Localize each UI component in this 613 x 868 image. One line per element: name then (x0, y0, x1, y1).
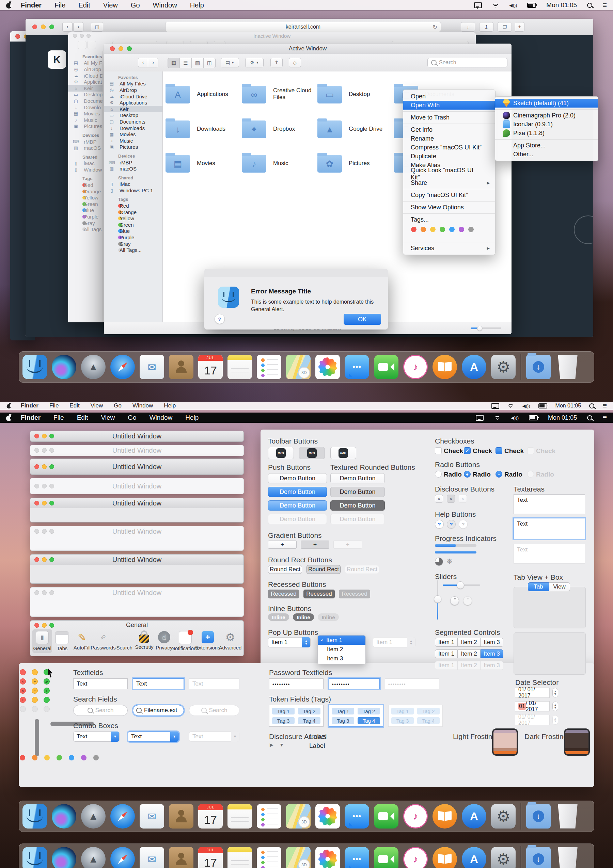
gradient-button[interactable]: + (268, 541, 296, 549)
date-stepper[interactable]: ▲▼ (552, 688, 558, 698)
dock-icon-photos[interactable] (315, 804, 340, 829)
sidebar-item[interactable]: ⚙ Applications (104, 99, 163, 106)
help-button-pressed[interactable]: ? (447, 520, 456, 529)
icon-view-icon[interactable]: ▦ (168, 58, 180, 68)
sidebar-item[interactable]: ◎ AirDrop (68, 66, 102, 73)
traffic-minimize[interactable] (32, 697, 38, 703)
menu-item[interactable]: Edit (70, 402, 79, 409)
segment-selected[interactable]: Item 3 (481, 649, 503, 658)
menu-bar-clock[interactable]: Mon 01:05 (556, 403, 581, 409)
sidebar-item[interactable]: Red (104, 203, 163, 209)
sidebar-item[interactable]: ▭ Desktop (104, 112, 163, 119)
search-field[interactable]: Search (427, 58, 507, 67)
dock-icon-contacts[interactable] (169, 355, 194, 379)
group-button[interactable]: ▤ ▼ (221, 58, 239, 67)
dock-icon-app-store[interactable]: A (462, 847, 486, 868)
radio-selected[interactable]: ● (464, 471, 471, 477)
help-button[interactable]: ? (435, 520, 444, 529)
wifi-icon[interactable] (492, 3, 499, 8)
menu-item[interactable]: Go (128, 414, 136, 422)
forward-button[interactable]: › (73, 22, 84, 32)
share-button[interactable]: ↥ (479, 22, 494, 32)
sidebar-item[interactable]: Green (68, 201, 102, 207)
textured-button[interactable]: Demo Button (331, 473, 385, 484)
menu-item[interactable]: Finder (21, 414, 40, 422)
combo-box[interactable]: Text▼ (73, 732, 119, 742)
submenu-item[interactable]: Other... (495, 150, 598, 159)
dock-icon-contacts[interactable] (169, 847, 194, 868)
sidebar-item[interactable]: Green (104, 222, 163, 228)
menu-item[interactable]: Window (153, 2, 177, 9)
prefs-item-search[interactable]: Search (115, 629, 134, 652)
coverflow-view-icon[interactable]: ◫ (204, 58, 216, 68)
prefs-item-autofill[interactable]: ✎ AutoFill (72, 629, 92, 652)
action-button[interactable]: ⚙ ▼ (245, 58, 264, 67)
dock-icon-launchpad[interactable]: ▲ (81, 804, 106, 829)
segmented-control-selected[interactable]: Item 1 Item 2 Item 3 (435, 649, 503, 658)
sidebar-item[interactable]: Yellow (104, 215, 163, 222)
tag-green[interactable] (56, 755, 62, 760)
menu-item[interactable]: View (103, 2, 118, 9)
menu-item[interactable]: File (50, 402, 59, 409)
prefs-item-extensions[interactable]: + Extensions (197, 629, 219, 652)
search-field-focused[interactable]: Filename.ext (133, 705, 184, 716)
dock-icon-siri[interactable] (52, 804, 76, 829)
menu-item[interactable]: Help (185, 414, 199, 422)
context-menu-item[interactable]: Move to Trash (403, 113, 495, 122)
popup-menu-item[interactable]: Item 2 (318, 645, 365, 654)
sidebar-item[interactable]: Gray (104, 241, 163, 247)
share-button[interactable]: ↥ (270, 58, 282, 67)
menu-item[interactable]: File (54, 2, 65, 9)
token-field-focused[interactable]: Tag 1 Tag 2 Tag 3 Tag 4 (329, 705, 383, 727)
sidebar-item[interactable]: ▯ Window (68, 166, 102, 173)
sidebar-item[interactable]: ▢ Docume (68, 98, 102, 104)
tag-purple[interactable] (81, 755, 87, 760)
disclosure-arrow-collapsed[interactable]: ▶ (270, 742, 273, 747)
segment[interactable]: Item 3 (481, 638, 503, 647)
context-menu-item[interactable]: Show View Options (403, 203, 495, 212)
round-slider-knob[interactable] (450, 596, 459, 605)
ok-button[interactable]: OK (344, 314, 381, 325)
traffic-close-hover[interactable]: × (20, 688, 26, 694)
sidebar-item[interactable]: Blue (68, 207, 102, 214)
prefs-item-tabs[interactable]: Tabs (52, 629, 72, 653)
sidebar-item[interactable]: ☁ iCloud Drive (104, 93, 163, 100)
dock-icon-itunes[interactable]: ♪ (403, 804, 428, 829)
new-tab-button[interactable]: + (515, 22, 525, 32)
dock-icon-system-preferences[interactable]: ⚙ (491, 847, 515, 868)
token-tag[interactable]: Tag 3 (272, 717, 295, 724)
textfield-focused[interactable]: Text (133, 678, 184, 689)
traffic-minimize-hover[interactable]: − (32, 688, 38, 694)
tag-blue[interactable] (69, 755, 74, 760)
dock-icon-downloads[interactable]: ↓ (526, 804, 551, 829)
search-field[interactable]: Search (73, 705, 128, 716)
sidebar-toggle-icon[interactable]: ◫ (91, 22, 103, 32)
gradient-button-pressed[interactable]: + (301, 541, 329, 549)
segmented-control[interactable]: Item 1 Item 2 Item 3 (435, 638, 503, 647)
segment[interactable]: Item 2 (458, 649, 481, 658)
sidebar-item[interactable]: ♪ Music (68, 117, 102, 123)
dock-icon-reminders[interactable] (257, 355, 281, 379)
toolbar-button-pressed[interactable]: IMG (299, 447, 325, 459)
textured-button-pressed[interactable]: Demo Button (331, 487, 385, 497)
tag-yellow[interactable] (44, 755, 50, 760)
downloads-button[interactable]: ↓ (461, 22, 475, 32)
menu-item[interactable]: Go (114, 402, 121, 409)
dock-icon-system-preferences[interactable]: ⚙ (491, 804, 515, 829)
traffic-fullscreen-hover[interactable]: ◢◤ (43, 678, 50, 685)
battery-icon[interactable] (529, 415, 538, 420)
dock-icon-finder[interactable] (22, 804, 47, 829)
sidebar-item[interactable]: ▭ Desktop (68, 91, 102, 98)
folder-icon-movies[interactable]: ▤ (166, 155, 190, 172)
icon-size-slider-knob[interactable] (477, 326, 482, 331)
radio-unselected[interactable] (435, 471, 442, 477)
dock-icon-system-preferences[interactable]: ⚙ (491, 355, 515, 379)
help-button[interactable]: ? (214, 314, 225, 324)
sidebar-item[interactable]: ⌂ Keir (104, 106, 163, 112)
context-menu-item[interactable]: Open (403, 92, 495, 101)
submenu-item[interactable]: Cinemagraph Pro (2.0) (495, 111, 598, 120)
context-menu-item[interactable]: Tags... (403, 215, 495, 224)
token-tag[interactable]: Tag 2 (298, 708, 320, 715)
context-menu-item[interactable]: Rename (403, 134, 495, 143)
dock-icon-launchpad[interactable]: ▲ (81, 847, 106, 868)
